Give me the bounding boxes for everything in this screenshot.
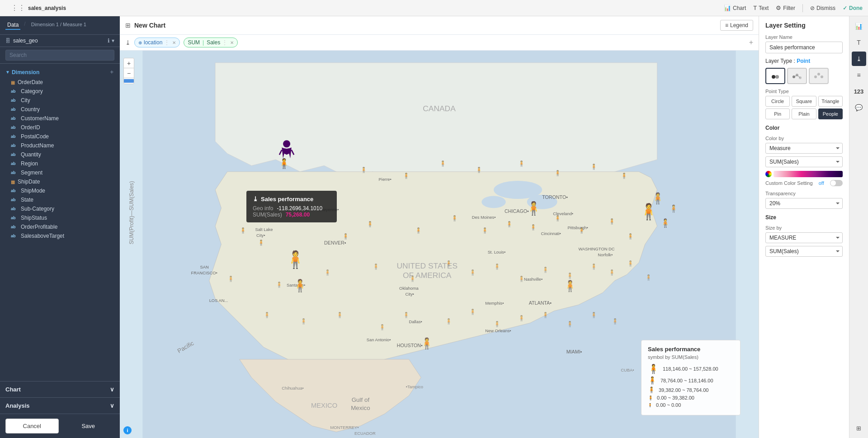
size-by-select[interactable]: MEASURE [765, 232, 843, 243]
analysis-section-header[interactable]: Analysis ∨ [0, 397, 120, 414]
zoom-in-button[interactable]: + [124, 58, 134, 68]
custom-color-row: Custom Color Setting off [765, 180, 843, 186]
pill-sales-close[interactable]: ✕ [230, 40, 234, 45]
add-pill-button[interactable]: + [749, 38, 753, 47]
right-icon-datasource[interactable]: ⊞ [852, 421, 866, 435]
svg-text:CUBA•: CUBA• [621, 368, 634, 372]
add-dimension-icon[interactable]: ＋ [109, 68, 114, 76]
pill-sep-2: | [203, 39, 204, 46]
svg-text:🧍: 🧍 [627, 260, 634, 267]
svg-text:TORONTO•: TORONTO• [542, 194, 568, 200]
svg-text:SAN: SAN [200, 265, 209, 269]
zoom-out-button[interactable]: − [124, 68, 134, 78]
dim-item-country[interactable]: ab Country [0, 105, 120, 114]
point-type-people[interactable]: People [818, 108, 843, 119]
svg-text:🧍: 🧍 [518, 160, 525, 167]
text-tool[interactable]: T Text [753, 5, 769, 11]
dim-item-productname[interactable]: ab ProductName [0, 141, 120, 150]
dim-item-shipdate[interactable]: ▦ ShipDate [0, 177, 120, 186]
color-by-select[interactable]: Measure [765, 143, 843, 154]
point-type-triangle[interactable]: Triangle [818, 96, 843, 107]
dim-item-state[interactable]: ab State [0, 195, 120, 204]
pill-location[interactable]: ⊕ location ⋮ ✕ [134, 38, 180, 47]
search-input[interactable] [5, 50, 114, 61]
right-icon-download[interactable]: ⤓ [852, 52, 866, 66]
svg-text:🧍: 🧍 [542, 311, 549, 318]
point-type-circle[interactable]: Circle [765, 96, 790, 107]
cancel-button[interactable]: Cancel [5, 419, 59, 433]
right-icon-list[interactable]: ≡ [852, 68, 866, 82]
map-info-button[interactable]: i [123, 426, 132, 434]
tab-dimension-measure[interactable]: Dimension 1 / Measure 1 [29, 21, 88, 30]
svg-text:🧍: 🧍 [612, 318, 619, 325]
tab-data[interactable]: Data [5, 21, 20, 30]
size-measure-select[interactable]: SUM(Sales) [765, 246, 843, 257]
datasource-menu-icon[interactable]: ▾ [112, 38, 114, 44]
legend-button[interactable]: ≡ Legend [720, 20, 753, 31]
dim-item-subcategory[interactable]: ab Sub-Category [0, 204, 120, 213]
color-measure-select[interactable]: SUM(Sales) [765, 156, 843, 167]
dim-item-orderdate[interactable]: ▦ OrderDate ⠿ [0, 78, 120, 87]
right-icon-text[interactable]: T [852, 35, 866, 50]
point-type-plain[interactable]: Plain [792, 108, 816, 119]
svg-text:🧍: 🧍 [367, 221, 374, 227]
filter-tool[interactable]: ⚙ Filter [776, 5, 795, 11]
right-icon-comment[interactable]: 💬 [852, 100, 866, 115]
svg-text:SUM(Profit)—SUM(Sales): SUM(Profit)—SUM(Sales) [128, 181, 135, 245]
dim-item-orderprofitable[interactable]: ab OrderProfitable [0, 222, 120, 231]
pill-sum-sales[interactable]: SUM | Sales ⋮ ✕ [184, 38, 238, 47]
legend-item-4: 🧍 0.00 ~ 39,382.00 [648, 395, 734, 400]
layer-name-input[interactable] [765, 42, 843, 53]
svg-text:WASHINGTON DC: WASHINGTON DC [578, 247, 614, 251]
dim-item-category[interactable]: ab Category [0, 87, 120, 96]
dim-item-segment[interactable]: ab Segment [0, 168, 120, 177]
chart-section-header[interactable]: Chart ∨ [0, 381, 120, 397]
svg-text:🧍: 🧍 [609, 269, 616, 276]
dim-item-salesabovetarget[interactable]: ab SalesaboveTarget [0, 231, 120, 240]
chart-section-label: Chart [5, 386, 21, 393]
save-button[interactable]: Save [62, 419, 115, 433]
svg-text:🧍: 🧍 [409, 275, 416, 282]
dim-item-orderid[interactable]: ab OrderID [0, 123, 120, 132]
dim-item-shipstatus[interactable]: ab ShipStatus [0, 213, 120, 222]
svg-text:🧍: 🧍 [258, 239, 265, 246]
svg-text:Oklahoma: Oklahoma [399, 286, 419, 291]
dim-item-customername[interactable]: ab CustomerName [0, 114, 120, 123]
datasource-info-icon[interactable]: ℹ [108, 38, 110, 44]
chart-section: Chart ∨ [0, 381, 120, 397]
svg-text:🧍: 🧍 [621, 172, 628, 179]
dim-item-region[interactable]: ab Region ⠿ [0, 159, 120, 168]
svg-text:🧍: 🧍 [439, 160, 447, 167]
dismiss-tool[interactable]: ⊘ Dismiss [810, 5, 835, 11]
export-icon[interactable]: ⤓ [125, 39, 131, 46]
person-east4: 🧍 [669, 204, 679, 213]
done-label: Done [849, 5, 863, 11]
svg-text:San Antonio•: San Antonio• [367, 338, 391, 342]
point-type-pin[interactable]: Pin [765, 108, 790, 119]
left-sidebar: Data / Dimension 1 / Measure 1 🗄 sales_g… [0, 16, 120, 438]
layer-type-point-icon[interactable] [765, 68, 785, 84]
dim-item-city[interactable]: ab City [0, 96, 120, 105]
filter-label: Filter [783, 5, 795, 11]
layer-type-line-icon[interactable] [787, 68, 807, 84]
pill-location-close[interactable]: ✕ [172, 40, 176, 45]
svg-text:🧍: 🧍 [469, 269, 476, 276]
dim-item-shipmode[interactable]: ab ShipMode [0, 186, 120, 195]
dimension-section-header[interactable]: ▼ Dimension ＋ [0, 66, 120, 78]
layer-type-area-icon[interactable] [809, 68, 829, 84]
svg-text:🧍: 🧍 [445, 318, 453, 325]
svg-text:🧍: 🧍 [566, 320, 574, 327]
right-icon-bar-chart[interactable]: 📊 [852, 19, 866, 33]
custom-color-toggle[interactable] [830, 180, 843, 186]
right-icon-number[interactable]: 123 [852, 84, 866, 99]
svg-text:🧍: 🧍 [627, 233, 634, 240]
done-button[interactable]: ✓ Done [843, 5, 863, 11]
dim-item-quantity[interactable]: ab Quantity [0, 150, 120, 159]
svg-text:🧍: 🧍 [506, 221, 513, 227]
svg-text:🧍: 🧍 [590, 163, 598, 170]
color-wheel-icon[interactable] [765, 171, 772, 177]
dim-item-postalcode[interactable]: ab PostalCode [0, 132, 120, 141]
transparency-select[interactable]: 20% [765, 198, 843, 209]
chart-tool[interactable]: 📊 Chart [724, 5, 746, 11]
point-type-square[interactable]: Square [792, 96, 816, 107]
